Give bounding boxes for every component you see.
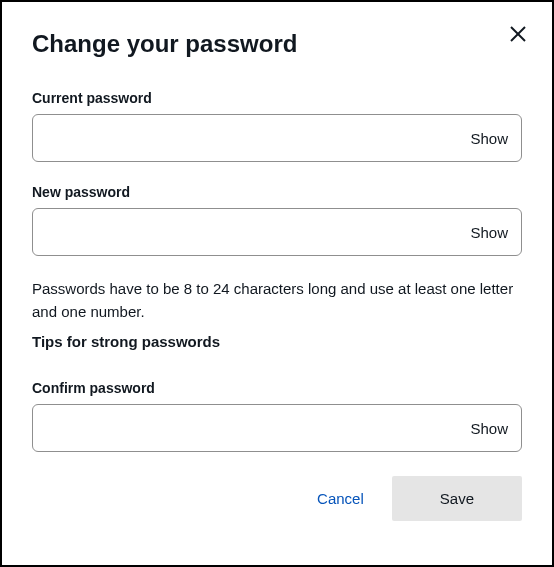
close-button[interactable]	[508, 24, 528, 44]
change-password-dialog: Change your password Current password Sh…	[0, 0, 554, 567]
confirm-password-input[interactable]	[32, 404, 522, 452]
current-password-show-button[interactable]: Show	[470, 130, 508, 147]
current-password-wrapper: Show	[32, 114, 522, 162]
confirm-password-show-button[interactable]: Show	[470, 420, 508, 437]
confirm-password-wrapper: Show	[32, 404, 522, 452]
new-password-group: New password Show	[32, 184, 522, 256]
current-password-label: Current password	[32, 90, 522, 106]
new-password-wrapper: Show	[32, 208, 522, 256]
new-password-label: New password	[32, 184, 522, 200]
new-password-show-button[interactable]: Show	[470, 224, 508, 241]
confirm-password-label: Confirm password	[32, 380, 522, 396]
save-button[interactable]: Save	[392, 476, 522, 521]
strong-passwords-tips-link[interactable]: Tips for strong passwords	[32, 333, 220, 350]
current-password-group: Current password Show	[32, 90, 522, 162]
new-password-input[interactable]	[32, 208, 522, 256]
close-icon	[510, 26, 526, 42]
action-button-row: Cancel Save	[32, 476, 522, 521]
password-requirements-text: Passwords have to be 8 to 24 characters …	[32, 278, 522, 323]
confirm-password-group: Confirm password Show	[32, 380, 522, 452]
current-password-input[interactable]	[32, 114, 522, 162]
cancel-button[interactable]: Cancel	[307, 476, 374, 521]
dialog-title: Change your password	[32, 30, 522, 58]
